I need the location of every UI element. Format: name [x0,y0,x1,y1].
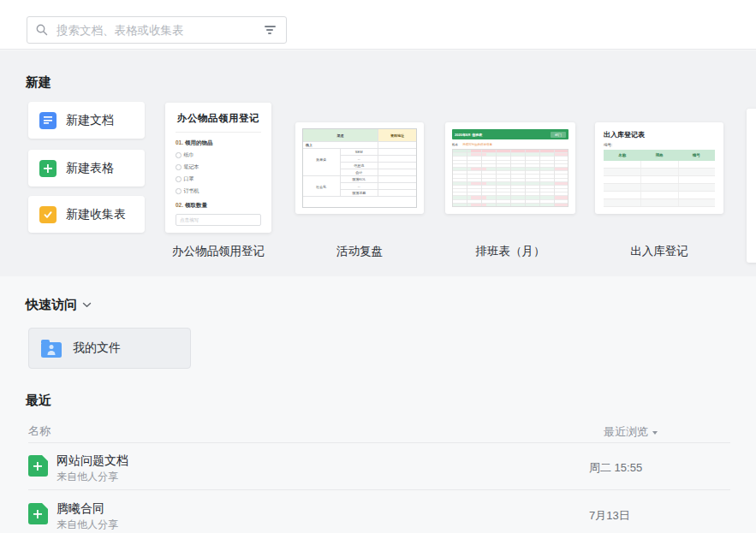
tpl1-question-2: 02.领取数量 [176,202,261,210]
my-files-card[interactable]: 我的文件 [28,328,191,369]
tpl1-question-1: 01.领用的物品 [176,139,261,147]
section-title-quick-access: 快速访问 [26,297,77,313]
section-title-new: 新建 [26,74,51,91]
my-files-label: 我的文件 [73,341,121,356]
tpl4-table-rows [604,161,715,207]
template-card-partial[interactable] [747,109,756,263]
template-label-warehouse-log: 出入库登记 [630,244,688,259]
sheet-file-icon [28,503,48,524]
file-title: 网站问题文档 [57,453,128,469]
new-form-button[interactable]: 新建收集表 [28,196,145,233]
tpl1-option: 笔记本 [176,163,261,171]
file-time: 周二 15:55 [589,460,642,476]
template-label-office-supplies: 办公物品领用登记 [172,244,265,259]
radio-icon [176,164,182,170]
new-doc-icon [39,112,57,129]
section-title-recent: 最近 [26,393,51,409]
top-bar [0,0,756,50]
search-icon [36,24,48,36]
template-card-activity-review[interactable]: 渠道 资料地址 线上 SEM 效果类 -- 信息流 [295,122,424,214]
new-form-icon [39,206,57,223]
file-subtitle: 来自他人分享 [57,470,118,484]
tpl1-option: 订书机 [176,187,261,195]
tpl2-mini-table: 渠道 资料地址 线上 SEM 效果类 -- 信息流 [302,128,417,208]
new-doc-label: 新建文档 [66,113,114,128]
file-time: 7月13日 [589,508,630,524]
sort-caret-icon [652,431,658,435]
tpl3-mini-grid [452,149,568,207]
tpl1-input-preview: 点击填写 [176,214,261,226]
new-form-label: 新建收集表 [66,207,126,222]
folder-shared-icon [41,342,62,358]
column-header-name: 名称 [28,423,51,439]
template-label-activity-review: 活动复盘 [336,244,383,259]
new-sheet-icon [39,160,57,177]
recent-row-2[interactable]: 腾曦合同 来自他人分享 7月13日 [26,496,730,533]
divider [176,132,261,133]
chevron-down-icon[interactable] [82,302,92,308]
new-section: 新建 新建文档 新建表格 新建收集表 办公物品领用登记 01.领用的物品 纸巾 … [0,50,756,276]
tpl4-table-header: 名称 规格 编号 [604,150,715,161]
template-card-warehouse-log[interactable]: 出入库登记表 编号: 名称 规格 编号 [595,122,723,214]
new-doc-button[interactable]: 新建文档 [28,102,145,139]
tpl1-option: 口罩 [176,175,261,183]
recent-row-1[interactable]: 网站问题文档 来自他人分享 周二 15:55 [26,448,730,489]
new-sheet-button[interactable]: 新建表格 [28,150,145,187]
tpl1-option: 纸巾 [176,151,261,159]
search-box[interactable] [27,16,287,44]
template-label-schedule: 排班表（月） [476,244,545,259]
divider [28,489,730,490]
radio-icon [176,152,182,158]
new-sheet-label: 新建表格 [66,161,114,176]
sheet-file-icon [28,455,48,477]
template-card-office-supplies[interactable]: 办公物品领用登记 01.领用的物品 纸巾 笔记本 口罩 订书机 02.领取数量 … [165,103,271,233]
divider [28,442,730,443]
tpl1-title: 办公物品领用登记 [176,112,261,125]
template-card-schedule[interactable]: 2020年8月 值班表 部门 姓名 请填写对应的排班信息 [445,122,575,214]
tpl3-header-bar: 2020年8月 值班表 部门 [452,129,568,139]
search-input[interactable] [55,23,262,38]
sort-recent-viewed[interactable]: 最近浏览 [604,424,658,440]
tpl3-subheader: 姓名 请填写对应的排班信息 [452,141,568,147]
file-subtitle: 来自他人分享 [57,518,118,532]
radio-icon [176,188,182,194]
radio-icon [176,176,182,182]
quick-access-header[interactable]: 快速访问 [26,297,92,313]
filter-icon[interactable] [262,22,277,38]
file-title: 腾曦合同 [57,501,104,517]
